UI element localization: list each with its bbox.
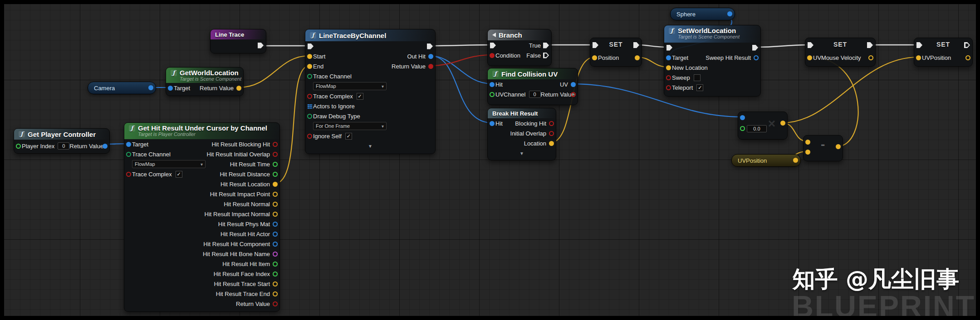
- trace-channel-pin[interactable]: [126, 152, 131, 157]
- set-position-node[interactable]: SET Position: [590, 38, 642, 67]
- draw-debug-type-pin[interactable]: [307, 114, 312, 119]
- hit-result-normal-pin[interactable]: [273, 202, 278, 207]
- start-pin[interactable]: [307, 54, 312, 59]
- branch-node[interactable]: Branch True Condition False: [487, 29, 552, 66]
- exec-out-pin[interactable]: [258, 43, 264, 48]
- return-value-pin[interactable]: [428, 64, 433, 69]
- hit-result-face-index-pin[interactable]: [273, 272, 278, 276]
- setworldlocation-node[interactable]: ƒ SetWorldLocation Target is Scene Compo…: [664, 25, 761, 97]
- hit-result-location-pin[interactable]: [273, 182, 278, 187]
- find-collision-uv-node[interactable]: ƒ Find Collision UV Hit UV UVChannel 0 R…: [487, 68, 578, 105]
- location-pin[interactable]: [549, 141, 554, 146]
- hit-result-trace-end-pin[interactable]: [273, 291, 278, 296]
- set-uvposition-node[interactable]: SET UVPosition: [914, 38, 973, 67]
- hit-result-initial-overlap-pin[interactable]: [273, 152, 278, 157]
- hit-result-hit-item-pin[interactable]: [273, 262, 278, 267]
- multiply-a-pin[interactable]: [740, 115, 745, 120]
- trace-complex-checkbox[interactable]: [357, 93, 363, 100]
- uvposition-out-pin[interactable]: [965, 55, 970, 60]
- return-value-pin[interactable]: [103, 144, 108, 149]
- trace-complex-checkbox[interactable]: [176, 171, 182, 178]
- new-location-pin[interactable]: [666, 65, 671, 70]
- exec-out-pin[interactable]: [427, 44, 433, 49]
- uvposition-pin[interactable]: [916, 55, 921, 60]
- uvposition-variable-node[interactable]: UVPosition: [731, 154, 801, 167]
- uv-channel-pin[interactable]: [490, 92, 495, 97]
- sphere-output-pin[interactable]: [727, 11, 732, 16]
- hit-result-phys-mat-pin[interactable]: [273, 222, 278, 227]
- linetracebychannel-node[interactable]: ƒ LineTraceByChannel Start Out Hit End R…: [305, 29, 436, 154]
- multiply-b-pin[interactable]: [740, 126, 745, 131]
- uvmouse-velocity-out-pin[interactable]: [868, 55, 873, 60]
- exec-in-pin[interactable]: [666, 45, 672, 51]
- condition-pin[interactable]: [490, 53, 495, 58]
- return-value-pin[interactable]: [571, 92, 576, 97]
- hit-result-blocking-hit-pin[interactable]: [273, 142, 278, 147]
- break-hit-result-node[interactable]: Break Hit Result Hit Blocking Hit Initia…: [487, 108, 556, 160]
- subtract-a-pin[interactable]: [805, 140, 810, 145]
- hit-result-trace-start-pin[interactable]: [273, 281, 278, 286]
- teleport-checkbox[interactable]: [696, 84, 703, 91]
- target-pin[interactable]: [126, 142, 131, 147]
- get-player-controller-node[interactable]: ƒ Get Player Controller Player Index 0 R…: [14, 128, 110, 154]
- return-value-pin[interactable]: [273, 301, 278, 306]
- position-pin[interactable]: [592, 55, 597, 60]
- sweep-checkbox[interactable]: [694, 74, 701, 81]
- subtract-out-pin[interactable]: [836, 144, 841, 149]
- actors-array-pin[interactable]: [307, 104, 312, 109]
- camera-output-pin[interactable]: [148, 85, 153, 90]
- set-uvmouse-velocity-node[interactable]: SET UVMouse Velocity: [805, 38, 876, 67]
- uv-pin[interactable]: [571, 82, 576, 87]
- hit-result-distance-pin[interactable]: [273, 172, 278, 177]
- draw-debug-type-dropdown[interactable]: For One Frame ▾: [313, 122, 387, 130]
- target-pin[interactable]: [666, 55, 671, 60]
- line-trace-node[interactable]: Line Trace: [210, 29, 266, 53]
- trace-channel-dropdown[interactable]: FlowMap ▾: [313, 82, 387, 90]
- ignore-self-pin[interactable]: [307, 134, 312, 139]
- multiply-node[interactable]: × 0.0: [738, 112, 788, 140]
- hit-result-hit-bone-name-pin[interactable]: [273, 252, 278, 257]
- camera-variable-node[interactable]: Camera: [88, 82, 156, 94]
- target-pin[interactable]: [168, 86, 173, 91]
- subtract-node[interactable]: -: [803, 135, 843, 161]
- position-out-pin[interactable]: [635, 55, 640, 60]
- trace-complex-pin[interactable]: [307, 94, 312, 99]
- uv-channel-value[interactable]: 0: [529, 91, 541, 98]
- initial-overlap-pin[interactable]: [549, 131, 554, 136]
- hit-result-impact-normal-pin[interactable]: [273, 212, 278, 217]
- player-index-pin[interactable]: [16, 144, 21, 149]
- hit-pin[interactable]: [490, 121, 495, 126]
- exec-in-pin[interactable]: [490, 43, 496, 48]
- out-hit-pin[interactable]: [428, 54, 433, 59]
- uvmouse-velocity-pin[interactable]: [807, 55, 812, 60]
- hit-result-impact-point-pin[interactable]: [273, 192, 278, 197]
- trace-channel-dropdown[interactable]: FlowMap ▾: [132, 160, 206, 168]
- get-hit-result-node[interactable]: ƒ Get Hit Result Under Cursor by Channel…: [124, 122, 280, 312]
- getworldlocation-node[interactable]: ƒ GetWorldLocation Target is Scene Compo…: [166, 67, 244, 96]
- sweep-hit-result-pin[interactable]: [754, 55, 759, 60]
- collapse-arrow-icon[interactable]: ▼: [313, 144, 427, 149]
- false-exec-pin[interactable]: [543, 53, 549, 58]
- ignore-self-checkbox[interactable]: [345, 133, 352, 140]
- subtract-b-pin[interactable]: [805, 150, 810, 155]
- blocking-hit-pin[interactable]: [549, 121, 554, 126]
- end-pin[interactable]: [307, 64, 312, 69]
- trace-complex-pin[interactable]: [126, 172, 131, 177]
- uvposition-output-pin[interactable]: [793, 158, 798, 163]
- return-value-pin[interactable]: [236, 86, 241, 91]
- hit-result-hit-actor-pin[interactable]: [273, 232, 278, 237]
- hit-result-hit-component-pin[interactable]: [273, 242, 278, 247]
- exec-in-pin[interactable]: [308, 44, 314, 49]
- multiply-out-pin[interactable]: [780, 121, 785, 126]
- exec-out-pin[interactable]: [752, 45, 758, 51]
- multiply-b-value[interactable]: 0.0: [747, 125, 767, 132]
- player-index-value[interactable]: 0: [58, 142, 69, 150]
- trace-channel-pin[interactable]: [307, 74, 312, 79]
- collapse-arrow-icon[interactable]: ▼: [495, 151, 548, 156]
- true-exec-pin[interactable]: [543, 43, 549, 48]
- blueprint-graph[interactable]: Line Trace Camera ƒ GetWorldLocation Tar…: [0, 0, 980, 320]
- hit-result-time-pin[interactable]: [273, 162, 278, 167]
- hit-pin[interactable]: [490, 82, 495, 87]
- teleport-pin[interactable]: [666, 85, 671, 90]
- sweep-pin[interactable]: [666, 75, 671, 80]
